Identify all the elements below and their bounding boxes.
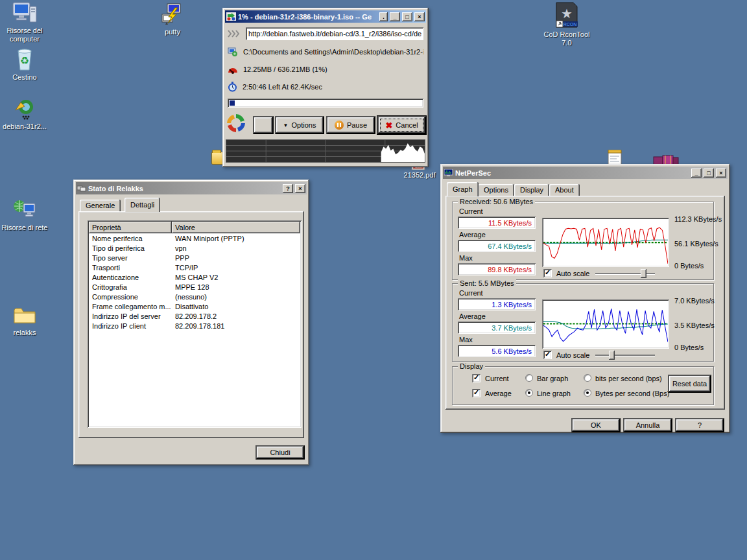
blank-button[interactable] <box>253 116 274 134</box>
bps-label: bits per second (bps) <box>595 375 662 382</box>
sent-autoscale-checkbox[interactable] <box>543 351 552 359</box>
maximize-button[interactable]: □ <box>704 169 714 178</box>
table-row[interactable]: Frame collegamento m...Disattivato <box>89 301 300 311</box>
desktop-icon-label: Cestino <box>12 73 36 82</box>
table-row[interactable]: Indirizzo IP del server82.209.178.2 <box>89 311 300 321</box>
folder-icon <box>12 303 38 327</box>
column-header-proprieta[interactable]: Proprietà <box>89 222 172 233</box>
tab-about[interactable]: About <box>549 184 580 196</box>
desktop-icon-debian-download[interactable]: debian-31r2... <box>0 97 49 131</box>
value-cell: MS CHAP V2 <box>172 274 221 281</box>
putty-icon <box>160 3 185 26</box>
help-button[interactable]: ? <box>283 184 293 193</box>
sent-graph-plot <box>542 299 669 349</box>
table-row[interactable]: Nome perifericaWAN Miniport (PPTP) <box>89 233 300 243</box>
received-autoscale-label: Auto scale <box>556 270 589 277</box>
received-ymin-label: 0 Bytes/s <box>674 262 704 270</box>
maximize-button[interactable]: □ <box>402 12 412 21</box>
reset-data-button[interactable]: Reset data <box>668 375 711 393</box>
sent-ymax-label: 7.0 KBytes/s <box>674 297 715 305</box>
sent-ymid-label: 3.5 KBytes/s <box>674 321 715 329</box>
property-cell: Compressione <box>89 293 172 301</box>
bps-radio[interactable] <box>584 374 591 382</box>
gauge-icon <box>228 65 238 74</box>
cancel-x-icon: ✖ <box>385 121 392 130</box>
ok-button[interactable]: OK <box>571 418 621 432</box>
progress-bar-fill <box>230 100 235 106</box>
table-row[interactable]: AutenticazioneMS CHAP V2 <box>89 272 300 282</box>
desktop-icon-my-computer[interactable]: Risorse del computer <box>0 1 49 43</box>
table-row[interactable]: Tipo di perifericavpn <box>89 243 300 253</box>
listview-body: Nome perifericaWAN Miniport (PPTP)Tipo d… <box>89 233 300 331</box>
value-cell: PPP <box>172 254 193 262</box>
close-button[interactable]: × <box>295 184 305 193</box>
netpersec-titlebar[interactable]: NetPerSec _ □ × <box>443 167 728 179</box>
help-button[interactable]: ? <box>675 418 724 432</box>
minimize-button[interactable]: _ <box>691 169 702 178</box>
value-cell: TCP/IP <box>172 264 201 272</box>
received-scale-slider[interactable] <box>595 268 655 279</box>
url-input[interactable]: http://debian.fastweb.it/debian-cd/3.1_r… <box>246 27 423 40</box>
average-label: Average <box>459 231 486 239</box>
property-cell: Indirizzo IP client <box>89 322 172 330</box>
recycle-bin-icon: ♻ <box>12 48 38 71</box>
cancel-button[interactable]: ✖ Cancel <box>377 116 426 134</box>
line-graph-label: Line graph <box>537 390 571 397</box>
table-row[interactable]: TrasportiTCP/IP <box>89 262 300 272</box>
desktop-icon-relakks-folder[interactable]: relakks <box>0 303 49 337</box>
received-graph-plot <box>542 218 669 267</box>
display-group-label: Display <box>458 362 485 370</box>
time-row: 2:50:46 Left At 62.4K/sec <box>228 80 423 93</box>
received-autoscale-checkbox[interactable] <box>543 269 552 277</box>
Bps-label: Bytes per second (Bps) <box>595 390 669 397</box>
chiudi-button[interactable]: Chiudi <box>255 445 305 460</box>
listview-header: Proprietà Valore <box>89 222 300 233</box>
desktop-icon-cod-rcontool[interactable]: ★ RCON CoD RconTool 7.0 <box>542 1 591 47</box>
received-average-value: 67.4 KBytes/s <box>458 240 536 252</box>
annulla-button[interactable]: Annulla <box>623 418 672 432</box>
Bps-radio[interactable] <box>584 389 591 397</box>
svg-text:RCON: RCON <box>563 22 577 27</box>
window-title: NetPerSec <box>455 169 689 177</box>
tab-graph[interactable]: Graph <box>447 182 479 196</box>
column-header-valore[interactable]: Valore <box>172 222 300 233</box>
svg-text:★: ★ <box>561 6 573 21</box>
tab-generale[interactable]: Generale <box>80 200 121 211</box>
display-average-label: Average <box>485 390 512 397</box>
table-row[interactable]: Compressione(nessuno) <box>89 292 300 301</box>
cancel-button-label: Cancel <box>396 121 418 129</box>
tab-dettagli[interactable]: Dettagli <box>124 198 160 212</box>
slider-thumb[interactable] <box>609 351 615 360</box>
download-titlebar[interactable]: 1% - debian-31r2-i386-binary-1.iso -- Ge… <box>225 10 426 23</box>
desktop-icon-recycle-bin[interactable]: ♻ Cestino <box>0 48 49 82</box>
close-button[interactable]: × <box>716 169 726 178</box>
time-left-text: 2:50:46 Left At 62.4K/sec <box>243 83 322 91</box>
close-button[interactable]: × <box>414 12 425 21</box>
minimize-button[interactable]: _ <box>390 12 400 21</box>
network-globe-icon <box>12 198 38 222</box>
line-graph-radio[interactable] <box>525 389 533 397</box>
relakks-titlebar[interactable]: Stato di Relakks ? × <box>76 182 307 194</box>
table-row[interactable]: Tipo serverPPP <box>89 253 300 262</box>
display-current-checkbox[interactable] <box>472 374 480 382</box>
desktop-icon-network-places[interactable]: Risorse di rete <box>0 198 49 232</box>
desktop-icon-putty[interactable]: putty <box>148 3 197 36</box>
pause-button[interactable]: Pause <box>326 116 375 134</box>
display-average-checkbox[interactable] <box>472 389 480 397</box>
property-cell: Indirizzo IP del server <box>89 312 172 320</box>
slider-thumb[interactable] <box>641 269 646 278</box>
table-row[interactable]: CrittografiaMPPE 128 <box>89 282 300 292</box>
options-button[interactable]: ▼ Options <box>275 116 324 134</box>
sent-scale-slider[interactable] <box>595 350 655 360</box>
max-label: Max <box>459 336 473 344</box>
rollup-button[interactable]: . <box>379 12 388 21</box>
desktop-icon-label: Risorse di rete <box>2 224 48 232</box>
current-label: Current <box>459 207 483 215</box>
bar-graph-radio[interactable] <box>525 374 533 382</box>
stopwatch-icon <box>228 82 237 92</box>
table-row[interactable]: Indirizzo IP client82.209.178.181 <box>89 321 300 331</box>
tab-options[interactable]: Options <box>478 184 514 196</box>
download-arrows-icon <box>12 97 38 121</box>
options-button-label: Options <box>292 121 316 129</box>
tab-display[interactable]: Display <box>514 184 549 196</box>
